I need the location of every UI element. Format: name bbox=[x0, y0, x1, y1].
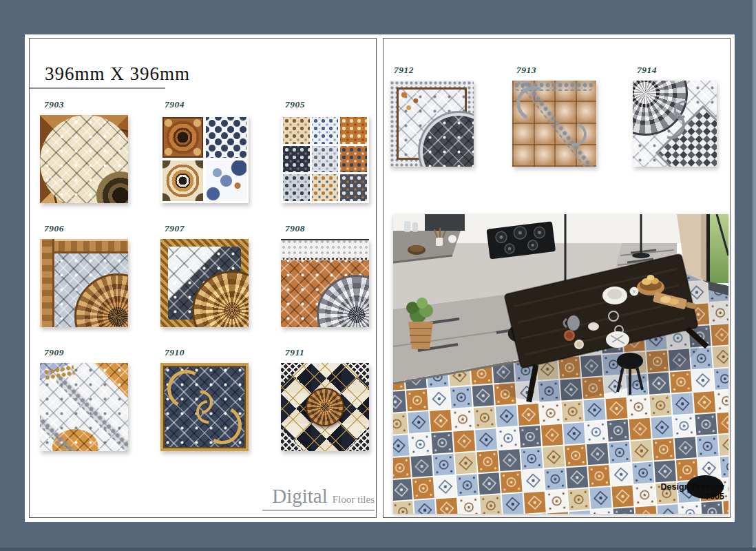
brand-block: Digital Floor tiles bbox=[251, 485, 375, 511]
tile-art-layer bbox=[206, 117, 246, 158]
tile-code-label: 7909 bbox=[44, 347, 128, 358]
tile-image-7914 bbox=[633, 81, 717, 167]
tile-art-layer bbox=[206, 160, 246, 201]
tile-code-label: 7910 bbox=[165, 347, 249, 358]
tile-code-label: 7905 bbox=[285, 99, 369, 110]
tile-code-label: 7903 bbox=[44, 99, 128, 110]
tile-art-layer bbox=[281, 239, 369, 260]
tile-art-layer bbox=[312, 174, 339, 201]
tile-card: 7908 bbox=[281, 223, 369, 327]
brand-secondary-text: Floor tiles bbox=[333, 494, 375, 506]
tile-art-layer bbox=[283, 146, 310, 173]
tile-art-layer bbox=[40, 239, 54, 327]
tile-image-7903 bbox=[40, 115, 128, 203]
tile-code-label: 7912 bbox=[394, 65, 474, 76]
tile-card: 7912 bbox=[390, 65, 474, 167]
tile-card: 7906 bbox=[40, 223, 128, 327]
tile-card: 7910 bbox=[160, 347, 249, 451]
tile-card: 7913 bbox=[512, 65, 596, 167]
tile-art-layer bbox=[559, 118, 591, 150]
tile-code-label: 7911 bbox=[285, 347, 369, 358]
preview-code: 7905 bbox=[705, 492, 724, 501]
frame-bottom-shadow bbox=[0, 548, 756, 551]
tile-code-label: 7907 bbox=[165, 223, 249, 234]
tile-art-layer bbox=[340, 117, 367, 144]
frame-bottom bbox=[0, 522, 756, 551]
room-preview-graphic: Design Preview 7905 bbox=[393, 214, 728, 514]
tile-image-7904 bbox=[160, 115, 249, 203]
tile-art-layer bbox=[283, 174, 310, 201]
frame-top bbox=[0, 0, 756, 34]
tile-image-7909 bbox=[40, 363, 128, 451]
range-hood bbox=[425, 214, 465, 231]
frame-right-highlight bbox=[753, 0, 756, 551]
brand-underline bbox=[262, 510, 375, 511]
tile-card: 7914 bbox=[633, 65, 717, 167]
tile-art-layer bbox=[312, 146, 339, 173]
tile-code-label: 7914 bbox=[637, 65, 717, 76]
page-title: 396mm X 396mm bbox=[45, 63, 190, 85]
tile-card: 7911 bbox=[281, 347, 369, 451]
tile-card: 7905 bbox=[281, 99, 369, 203]
tile-card: 7903 bbox=[40, 99, 128, 203]
tile-art-layer bbox=[346, 428, 369, 451]
tile-art-layer bbox=[162, 160, 203, 201]
tile-image-7911 bbox=[281, 363, 369, 451]
tile-image-7906 bbox=[40, 239, 128, 327]
tile-art-layer bbox=[283, 117, 310, 144]
tile-art-layer bbox=[281, 428, 304, 451]
tile-image-7910 bbox=[160, 363, 249, 451]
tile-art-layer bbox=[306, 388, 344, 426]
tile-card: 7907 bbox=[160, 223, 249, 327]
tile-art-layer bbox=[281, 363, 304, 386]
catalog-right-page: 7912 7913 7914 bbox=[383, 38, 731, 518]
tile-image-7907 bbox=[160, 239, 249, 327]
tile-card: 7904 bbox=[160, 99, 249, 203]
tile-code-label: 7913 bbox=[516, 65, 596, 76]
catalog-left-page: 396mm X 396mm 7903 7904 7905 7906 bbox=[29, 38, 377, 518]
brand-primary-text: Digital bbox=[272, 485, 328, 508]
frame-left bbox=[0, 0, 25, 551]
tile-art-layer bbox=[346, 363, 369, 386]
title-underline bbox=[30, 87, 165, 89]
tile-code-label: 7906 bbox=[44, 223, 128, 234]
tile-art-layer bbox=[312, 117, 339, 144]
tile-image-7905 bbox=[281, 115, 369, 203]
tile-code-label: 7908 bbox=[285, 223, 369, 234]
tile-art-layer bbox=[340, 174, 367, 201]
tile-code-label: 7904 bbox=[165, 99, 249, 110]
tile-art-layer bbox=[162, 117, 203, 158]
tile-card: 7909 bbox=[40, 347, 128, 451]
room-preview-image: Design Preview 7905 bbox=[393, 214, 728, 514]
tile-art-layer bbox=[399, 90, 423, 114]
tile-art-layer bbox=[340, 146, 367, 173]
tile-image-7912 bbox=[390, 81, 474, 167]
tile-image-7913 bbox=[512, 81, 596, 167]
preview-label: Design Preview bbox=[661, 482, 725, 492]
tile-image-7908 bbox=[281, 239, 369, 327]
